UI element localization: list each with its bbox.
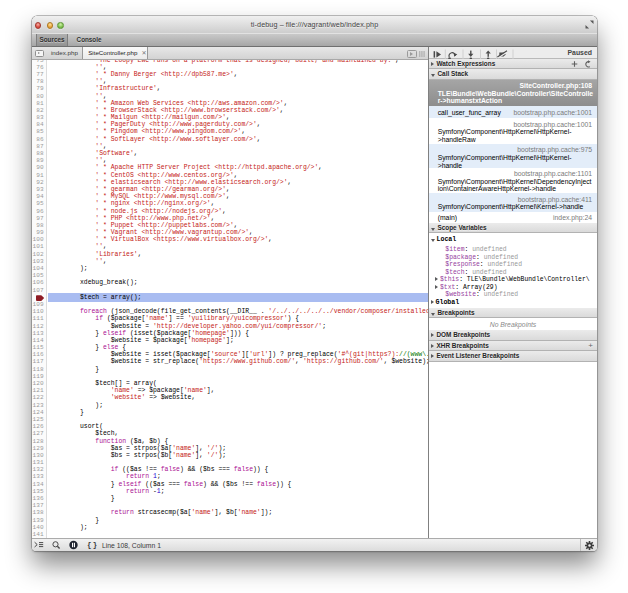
svg-text:{}: {} [87,542,98,550]
